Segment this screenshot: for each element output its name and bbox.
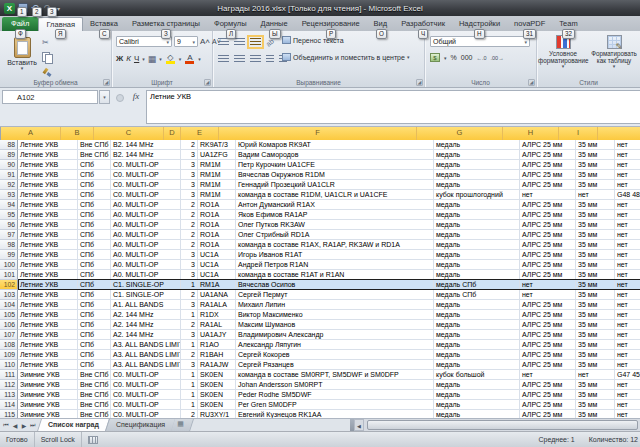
cell-C97[interactable]: A0. MULTI-OP — [111, 230, 181, 240]
row-header-115[interactable]: 115 — [0, 410, 18, 418]
cell-F102[interactable]: Вячеслав Осипов — [236, 280, 434, 290]
borders-icon[interactable]: ▦ — [148, 54, 157, 64]
copy-icon[interactable] — [42, 52, 54, 63]
cell-A96[interactable]: Летние УКВ — [18, 220, 78, 230]
paste-dropdown-caret-icon[interactable]: ▾ — [5, 66, 39, 70]
cell-F106[interactable]: Максим Шуманов — [236, 320, 434, 330]
cell-C100[interactable]: A0. MULTI-OP — [111, 260, 181, 270]
cell-G97[interactable]: медаль — [434, 230, 520, 240]
cell-C104[interactable]: A1. ALL BANDS — [111, 300, 181, 310]
row-header-91[interactable]: 91 — [0, 170, 18, 180]
cell-A99[interactable]: Летние УКВ — [18, 250, 78, 260]
cell-J101[interactable]: нет — [615, 270, 640, 280]
cell-I94[interactable]: 35 мм — [576, 200, 615, 210]
cell-E102[interactable]: RM1A — [198, 280, 236, 290]
column-header-E[interactable]: E — [181, 127, 219, 140]
cell-J106[interactable]: нет — [615, 320, 640, 330]
cell-B110[interactable]: СПб — [78, 360, 111, 370]
cell-A91[interactable]: Летние УКВ — [18, 170, 78, 180]
cell-E115[interactable]: RU3XY/1 — [198, 410, 236, 418]
cell-A92[interactable]: Летние УКВ — [18, 180, 78, 190]
cell-H98[interactable]: АЛРС 25 мм — [520, 240, 576, 250]
cell-F104[interactable]: Михаил Липин — [236, 300, 434, 310]
cell-H109[interactable]: АЛРС 25 мм — [520, 350, 576, 360]
column-header-clipped[interactable] — [598, 127, 640, 140]
cell-A108[interactable]: Летние УКВ — [18, 340, 78, 350]
cell-J105[interactable]: нет — [615, 310, 640, 320]
cell-B113[interactable]: Вне СПб — [78, 390, 111, 400]
column-header-I[interactable]: I — [559, 127, 598, 140]
cell-B102[interactable]: СПб — [78, 280, 111, 290]
cell-F103[interactable]: Сергей Пермут — [236, 290, 434, 300]
cell-A101[interactable]: Летние УКВ — [18, 270, 78, 280]
format-painter-icon[interactable] — [42, 67, 54, 78]
column-header-A[interactable]: A — [1, 127, 61, 140]
cell-B90[interactable]: СПб — [78, 160, 111, 170]
cell-B115[interactable]: Вне СПб — [78, 410, 111, 418]
cell-D102[interactable]: 1 — [181, 280, 198, 290]
row-header-108[interactable]: 108 — [0, 340, 18, 350]
cell-H112[interactable]: АЛРС 25 мм — [520, 380, 576, 390]
cell-J103[interactable]: нет — [615, 290, 640, 300]
cell-A98[interactable]: Летние УКВ — [18, 240, 78, 250]
cell-C108[interactable]: A3. ALL BANDS LIMITED — [111, 340, 181, 350]
cell-B88[interactable]: Вне СПб — [78, 140, 111, 150]
cell-G105[interactable]: медаль — [434, 310, 520, 320]
cell-C98[interactable]: A0. MULTI-OP — [111, 240, 181, 250]
cell-J96[interactable]: нет — [615, 220, 640, 230]
column-header-D[interactable]: D — [164, 127, 181, 140]
cell-C92[interactable]: C0. MULTI-OP — [111, 180, 181, 190]
cell-B108[interactable]: СПб — [78, 340, 111, 350]
cell-E95[interactable]: RO1A — [198, 210, 236, 220]
cell-I107[interactable]: 35 мм — [576, 330, 615, 340]
cell-F108[interactable]: Александр Ляпугин — [236, 340, 434, 350]
cell-G91[interactable]: медаль — [434, 170, 520, 180]
cell-A110[interactable]: Летние УКВ — [18, 360, 78, 370]
cell-F111[interactable]: команда в составе SM0RPT, SM5DWF и SM0DF… — [236, 370, 434, 380]
cell-A114[interactable]: Зимние УКВ — [18, 400, 78, 410]
formula-input[interactable]: Летние УКВ — [146, 90, 640, 124]
cell-I110[interactable]: 35 мм — [576, 360, 615, 370]
cell-A95[interactable]: Летние УКВ — [18, 210, 78, 220]
cell-H106[interactable]: АЛРС 25 мм — [520, 320, 576, 330]
cell-I97[interactable]: 35 мм — [576, 230, 615, 240]
cell-G94[interactable]: медаль — [434, 200, 520, 210]
row-header-101[interactable]: 101 — [0, 270, 18, 280]
cell-H88[interactable]: АЛРС 25 мм — [520, 140, 576, 150]
row-header-110[interactable]: 110 — [0, 360, 18, 370]
cell-I100[interactable]: 35 мм — [576, 260, 615, 270]
cell-C105[interactable]: A2. 144 MHz — [111, 310, 181, 320]
cell-B95[interactable]: СПб — [78, 210, 111, 220]
cell-G112[interactable]: медаль — [434, 380, 520, 390]
cell-J93[interactable]: G48 48x — [615, 190, 640, 200]
cell-F113[interactable]: Peder Rodhe SM5DWF — [236, 390, 434, 400]
select-all-corner[interactable] — [0, 127, 1, 140]
column-header-B[interactable]: B — [61, 127, 94, 140]
row-header-96[interactable]: 96 — [0, 220, 18, 230]
cell-G88[interactable]: медаль — [434, 140, 520, 150]
cell-J89[interactable]: нет — [615, 150, 640, 160]
cell-A104[interactable]: Летние УКВ — [18, 300, 78, 310]
cell-I113[interactable]: 35 мм — [576, 390, 615, 400]
cell-E103[interactable]: UA1ANA — [198, 290, 236, 300]
cell-D112[interactable]: 1 — [181, 380, 198, 390]
row-header-99[interactable]: 99 — [0, 250, 18, 260]
cell-D90[interactable]: 3 — [181, 160, 198, 170]
cell-I96[interactable]: 35 мм — [576, 220, 615, 230]
cell-F100[interactable]: Андрей Петров R1AN — [236, 260, 434, 270]
cell-C91[interactable]: C0. MULTI-OP — [111, 170, 181, 180]
cell-E101[interactable]: UC1A — [198, 270, 236, 280]
row-header-104[interactable]: 104 — [0, 300, 18, 310]
cell-E100[interactable]: UC1A — [198, 260, 236, 270]
cell-H104[interactable]: АЛРС 25 мм — [520, 300, 576, 310]
cell-H89[interactable]: АЛРС 25 мм — [520, 150, 576, 160]
cell-D97[interactable]: 2 — [181, 230, 198, 240]
cell-H108[interactable]: АЛРС 25 мм — [520, 340, 576, 350]
row-header-103[interactable]: 103 — [0, 290, 18, 300]
font-dialog-launcher-icon[interactable]: ◢ — [204, 79, 211, 86]
horizontal-scrollbar-thumb[interactable] — [367, 420, 638, 430]
decrease-decimal-icon[interactable]: .00→ — [491, 55, 504, 61]
first-sheet-icon[interactable]: ⏮ — [2, 422, 10, 429]
cell-F99[interactable]: Игорь Иванов R1AT — [236, 250, 434, 260]
clipboard-dialog-launcher-icon[interactable]: ◢ — [103, 79, 110, 86]
